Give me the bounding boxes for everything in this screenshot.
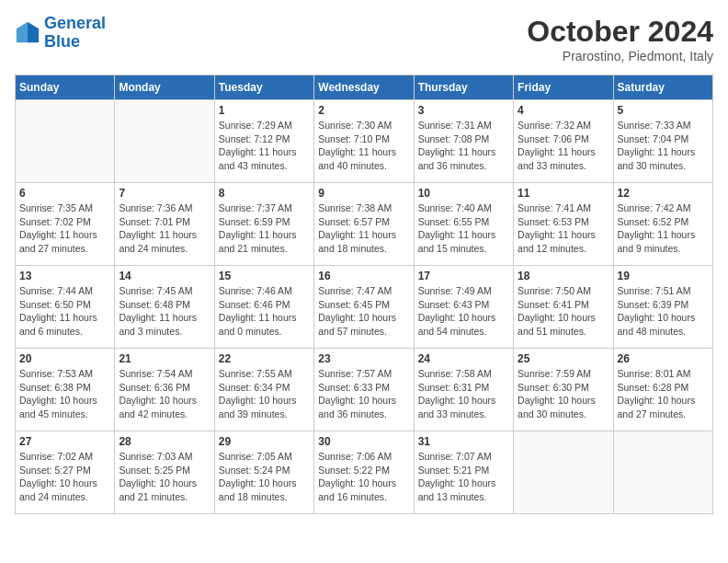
calendar-day-cell: 28Sunrise: 7:03 AMSunset: 5:25 PMDayligh… xyxy=(115,431,214,514)
title-section: October 2024 Prarostino, Piedmont, Italy xyxy=(527,15,713,63)
calendar-day-cell: 22Sunrise: 7:55 AMSunset: 6:34 PMDayligh… xyxy=(214,349,313,431)
day-number: 9 xyxy=(318,187,409,200)
day-info: Sunrise: 7:59 AMSunset: 6:30 PMDaylight:… xyxy=(518,367,609,421)
weekday-header-row: SundayMondayTuesdayWednesdayThursdayFrid… xyxy=(16,75,713,100)
day-info: Sunrise: 7:31 AMSunset: 7:08 PMDaylight:… xyxy=(418,119,509,173)
page-header: General Blue October 2024 Prarostino, Pi… xyxy=(15,15,713,63)
location: Prarostino, Piedmont, Italy xyxy=(527,49,713,63)
day-number: 21 xyxy=(119,352,210,365)
day-number: 18 xyxy=(518,270,609,282)
day-number: 4 xyxy=(518,104,609,117)
day-info: Sunrise: 7:02 AMSunset: 5:27 PMDaylight:… xyxy=(19,450,110,504)
day-info: Sunrise: 7:40 AMSunset: 6:55 PMDaylight:… xyxy=(418,201,509,256)
calendar-day-cell: 12Sunrise: 7:42 AMSunset: 6:52 PMDayligh… xyxy=(613,183,712,266)
logo-icon xyxy=(15,20,40,46)
day-number: 14 xyxy=(119,270,210,282)
weekday-header: Thursday xyxy=(414,75,513,100)
day-number: 7 xyxy=(119,187,210,200)
calendar-day-cell: 21Sunrise: 7:54 AMSunset: 6:36 PMDayligh… xyxy=(115,349,214,431)
calendar-day-cell: 3Sunrise: 7:31 AMSunset: 7:08 PMDaylight… xyxy=(414,100,513,183)
calendar-day-cell: 27Sunrise: 7:02 AMSunset: 5:27 PMDayligh… xyxy=(16,431,115,514)
day-number: 26 xyxy=(618,352,709,365)
calendar-day-cell: 7Sunrise: 7:36 AMSunset: 7:01 PMDaylight… xyxy=(115,183,214,266)
calendar-day-cell: 4Sunrise: 7:32 AMSunset: 7:06 PMDaylight… xyxy=(514,100,613,183)
day-info: Sunrise: 7:06 AMSunset: 5:22 PMDaylight:… xyxy=(318,450,409,504)
calendar-day-cell: 31Sunrise: 7:07 AMSunset: 5:21 PMDayligh… xyxy=(414,431,513,514)
svg-marker-0 xyxy=(28,22,39,42)
calendar-day-cell: 30Sunrise: 7:06 AMSunset: 5:22 PMDayligh… xyxy=(314,431,414,514)
calendar-day-cell: 24Sunrise: 7:58 AMSunset: 6:31 PMDayligh… xyxy=(414,349,513,431)
calendar-day-cell: 8Sunrise: 7:37 AMSunset: 6:59 PMDaylight… xyxy=(214,183,313,266)
month-title: October 2024 xyxy=(527,15,713,49)
day-number: 23 xyxy=(318,352,409,365)
day-info: Sunrise: 7:29 AMSunset: 7:12 PMDaylight:… xyxy=(219,119,310,173)
day-info: Sunrise: 7:05 AMSunset: 5:24 PMDaylight:… xyxy=(219,450,310,504)
day-info: Sunrise: 7:49 AMSunset: 6:43 PMDaylight:… xyxy=(418,284,509,339)
logo-text: General Blue xyxy=(44,15,106,52)
calendar-week-row: 13Sunrise: 7:44 AMSunset: 6:50 PMDayligh… xyxy=(16,266,713,349)
day-number: 15 xyxy=(219,270,310,282)
day-info: Sunrise: 7:30 AMSunset: 7:10 PMDaylight:… xyxy=(318,119,409,173)
calendar-day-cell: 11Sunrise: 7:41 AMSunset: 6:53 PMDayligh… xyxy=(514,183,613,266)
day-number: 29 xyxy=(219,435,310,448)
day-number: 17 xyxy=(418,270,509,282)
day-info: Sunrise: 7:55 AMSunset: 6:34 PMDaylight:… xyxy=(219,367,310,421)
calendar-day-cell xyxy=(115,100,214,183)
day-info: Sunrise: 7:41 AMSunset: 6:53 PMDaylight:… xyxy=(518,201,609,256)
day-number: 10 xyxy=(418,187,509,200)
day-number: 8 xyxy=(219,187,310,200)
day-number: 3 xyxy=(418,104,509,117)
day-number: 5 xyxy=(618,104,709,117)
day-info: Sunrise: 8:01 AMSunset: 6:28 PMDaylight:… xyxy=(618,367,709,421)
calendar-day-cell: 5Sunrise: 7:33 AMSunset: 7:04 PMDaylight… xyxy=(613,100,712,183)
calendar-day-cell: 26Sunrise: 8:01 AMSunset: 6:28 PMDayligh… xyxy=(613,349,712,431)
day-info: Sunrise: 7:32 AMSunset: 7:06 PMDaylight:… xyxy=(518,119,609,173)
day-info: Sunrise: 7:03 AMSunset: 5:25 PMDaylight:… xyxy=(119,450,210,504)
day-number: 31 xyxy=(418,435,509,448)
calendar-day-cell: 18Sunrise: 7:50 AMSunset: 6:41 PMDayligh… xyxy=(514,266,613,349)
calendar-day-cell: 1Sunrise: 7:29 AMSunset: 7:12 PMDaylight… xyxy=(214,100,313,183)
calendar-day-cell: 17Sunrise: 7:49 AMSunset: 6:43 PMDayligh… xyxy=(414,266,513,349)
day-number: 12 xyxy=(618,187,709,200)
day-number: 20 xyxy=(19,352,110,365)
calendar-table: SundayMondayTuesdayWednesdayThursdayFrid… xyxy=(15,75,713,514)
calendar-day-cell xyxy=(613,431,712,514)
calendar-week-row: 27Sunrise: 7:02 AMSunset: 5:27 PMDayligh… xyxy=(16,431,713,514)
day-number: 6 xyxy=(19,187,110,200)
calendar-day-cell: 23Sunrise: 7:57 AMSunset: 6:33 PMDayligh… xyxy=(314,349,414,431)
weekday-header: Friday xyxy=(514,75,613,100)
calendar-day-cell xyxy=(16,100,115,183)
day-info: Sunrise: 7:47 AMSunset: 6:45 PMDaylight:… xyxy=(318,284,409,339)
day-info: Sunrise: 7:44 AMSunset: 6:50 PMDaylight:… xyxy=(19,284,110,339)
weekday-header: Saturday xyxy=(613,75,712,100)
day-number: 16 xyxy=(318,270,409,282)
day-info: Sunrise: 7:50 AMSunset: 6:41 PMDaylight:… xyxy=(518,284,609,339)
day-info: Sunrise: 7:38 AMSunset: 6:57 PMDaylight:… xyxy=(318,201,409,256)
day-info: Sunrise: 7:54 AMSunset: 6:36 PMDaylight:… xyxy=(119,367,210,421)
day-info: Sunrise: 7:37 AMSunset: 6:59 PMDaylight:… xyxy=(219,201,310,256)
day-info: Sunrise: 7:42 AMSunset: 6:52 PMDaylight:… xyxy=(618,201,709,256)
day-info: Sunrise: 7:35 AMSunset: 7:02 PMDaylight:… xyxy=(19,201,110,256)
day-info: Sunrise: 7:07 AMSunset: 5:21 PMDaylight:… xyxy=(418,450,509,504)
calendar-week-row: 20Sunrise: 7:53 AMSunset: 6:38 PMDayligh… xyxy=(16,349,713,431)
day-info: Sunrise: 7:45 AMSunset: 6:48 PMDaylight:… xyxy=(119,284,210,339)
day-info: Sunrise: 7:51 AMSunset: 6:39 PMDaylight:… xyxy=(618,284,709,339)
day-info: Sunrise: 7:57 AMSunset: 6:33 PMDaylight:… xyxy=(318,367,409,421)
day-info: Sunrise: 7:36 AMSunset: 7:01 PMDaylight:… xyxy=(119,201,210,256)
calendar-week-row: 1Sunrise: 7:29 AMSunset: 7:12 PMDaylight… xyxy=(16,100,713,183)
weekday-header: Wednesday xyxy=(314,75,414,100)
day-info: Sunrise: 7:58 AMSunset: 6:31 PMDaylight:… xyxy=(418,367,509,421)
day-number: 11 xyxy=(518,187,609,200)
calendar-day-cell xyxy=(514,431,613,514)
day-info: Sunrise: 7:33 AMSunset: 7:04 PMDaylight:… xyxy=(618,119,709,173)
calendar-day-cell: 9Sunrise: 7:38 AMSunset: 6:57 PMDaylight… xyxy=(314,183,414,266)
day-number: 2 xyxy=(318,104,409,117)
day-number: 24 xyxy=(418,352,509,365)
calendar-day-cell: 25Sunrise: 7:59 AMSunset: 6:30 PMDayligh… xyxy=(514,349,613,431)
calendar-day-cell: 29Sunrise: 7:05 AMSunset: 5:24 PMDayligh… xyxy=(214,431,313,514)
logo: General Blue xyxy=(15,15,106,52)
weekday-header: Monday xyxy=(115,75,214,100)
calendar-day-cell: 16Sunrise: 7:47 AMSunset: 6:45 PMDayligh… xyxy=(314,266,414,349)
day-number: 27 xyxy=(19,435,110,448)
calendar-day-cell: 2Sunrise: 7:30 AMSunset: 7:10 PMDaylight… xyxy=(314,100,414,183)
